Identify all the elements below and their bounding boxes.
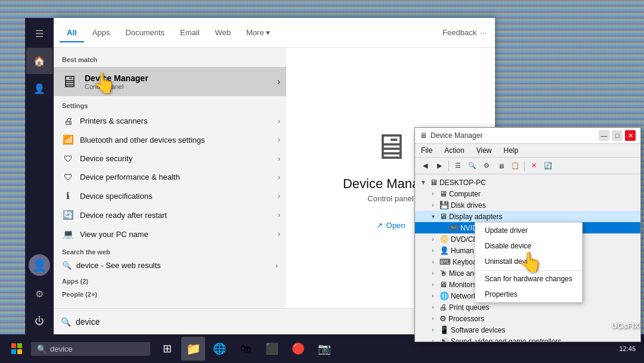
sidebar-home[interactable]: 🏠 — [26, 48, 52, 74]
expand-mice: › — [428, 270, 438, 276]
tab-email[interactable]: Email — [173, 23, 207, 42]
terminal-button[interactable]: ⬛ — [260, 337, 284, 361]
monitors-icon: 🖥 — [439, 280, 447, 289]
more-options-button[interactable]: ··· — [478, 26, 489, 39]
settings-health-label: Device performance & health — [80, 173, 180, 182]
tab-apps[interactable]: Apps — [85, 23, 117, 42]
ctx-scan-hardware[interactable]: Scan for hardware changes — [475, 270, 582, 287]
ctx-uninstall-device[interactable]: Uninstall device — [475, 254, 582, 269]
arrow-icon-6: › — [278, 230, 280, 238]
tree-software[interactable]: › 📱 Software devices — [415, 324, 640, 336]
tab-web[interactable]: Web — [208, 23, 239, 42]
settings-device-security[interactable]: 🛡 Device security › — [54, 149, 286, 168]
open-button[interactable]: ↗ Open — [376, 221, 405, 230]
taskview-button[interactable]: ⊞ — [155, 337, 179, 361]
tree-display-adapters[interactable]: ▾ 🖥 Display adapters — [415, 211, 640, 222]
expand-network: › — [428, 293, 438, 299]
feedback-button[interactable]: Feedback — [442, 28, 476, 37]
human-icon: 👤 — [439, 246, 449, 255]
settings-printers[interactable]: 🖨 Printers & scanners › — [54, 112, 286, 130]
ctx-properties[interactable]: Properties — [475, 287, 582, 302]
tab-documents[interactable]: Documents — [118, 23, 172, 42]
best-match-arrow: › — [277, 76, 280, 87]
settings-device-specs[interactable]: ℹ Device specifications › — [54, 186, 286, 205]
expand-dvd: › — [428, 236, 438, 242]
toolbar-btn-5[interactable]: ⚙ — [480, 159, 493, 173]
monitors-label: Monitors — [449, 281, 476, 289]
expand-root: ▼ — [419, 179, 428, 186]
toolbar-back[interactable]: ◀ — [419, 159, 432, 173]
search-tabs: All Apps Documents Email Web More ▾ Feed… — [54, 18, 495, 48]
web-search-icon: 🔍 — [62, 261, 72, 270]
toolbar-btn-4[interactable]: 🔍 — [466, 159, 479, 173]
taskbar-search-bar[interactable]: 🔍 device — [31, 342, 150, 356]
ctx-disable-device[interactable]: Disable device — [475, 238, 582, 254]
toolbar-btn-3[interactable]: ☰ — [451, 159, 465, 173]
settings-section: Settings 🖨 Printers & scanners › 📶 Bluet… — [54, 97, 286, 246]
settings-device-health[interactable]: 🛡 Device performance & health › — [54, 168, 286, 186]
arrow-icon-4: › — [278, 192, 280, 200]
minimize-button[interactable]: — — [599, 130, 609, 141]
expand-computer: › — [428, 190, 438, 197]
preview-sub: Control panel — [367, 194, 413, 203]
sidebar-avatar[interactable]: 👤 — [29, 254, 50, 276]
app5-button[interactable]: 🔴 — [286, 337, 310, 361]
svg-rect-3 — [17, 349, 22, 354]
settings-device-restart[interactable]: 🔄 Device ready after restart › — [54, 205, 286, 224]
chrome-button[interactable]: 🌐 — [208, 337, 231, 361]
web-search-item[interactable]: 🔍 device - See web results › — [62, 258, 278, 273]
sound-label: Sound, video and game controllers — [451, 337, 561, 342]
tab-more-label: More ▾ — [246, 28, 270, 37]
settings-pc-name[interactable]: 💻 View your PC name › — [54, 224, 286, 244]
sidebar-hamburger[interactable]: ☰ — [26, 20, 52, 47]
window-controls: — □ ✕ — [599, 130, 636, 141]
toolbar-btn-6[interactable]: 🖥 — [494, 159, 507, 173]
sidebar-power[interactable]: ⏻ — [26, 308, 52, 334]
maximize-button[interactable]: □ — [612, 130, 623, 141]
menu-file[interactable]: File — [419, 145, 435, 156]
tree-sound[interactable]: › 🔊 Sound, video and game controllers — [415, 336, 640, 342]
menu-action[interactable]: Action — [442, 145, 466, 156]
tab-more[interactable]: More ▾ — [239, 23, 277, 42]
window-menubar: File Action View Help — [415, 144, 640, 158]
settings-bluetooth[interactable]: 📶 Bluetooth and other devices settings › — [54, 130, 286, 149]
menu-help[interactable]: Help — [501, 145, 521, 156]
best-match-item[interactable]: 🖥 Device Manager Control panel › — [54, 67, 286, 96]
sidebar-user[interactable]: 👤 — [26, 75, 52, 101]
window-toolbar: ◀ ▶ ☰ 🔍 ⚙ 🖥 📋 ✕ 🔄 — [415, 158, 640, 174]
expand-sound: › — [428, 338, 438, 342]
start-button[interactable] — [2, 334, 31, 363]
expand-proc: › — [428, 315, 438, 322]
menu-view[interactable]: View — [474, 145, 494, 156]
arrow-icon-5: › — [278, 211, 280, 219]
file-explorer-button[interactable]: 📁 — [181, 337, 205, 361]
tree-print[interactable]: › 🖨 Print queues — [415, 302, 640, 313]
toolbar-forward[interactable]: ▶ — [433, 159, 446, 173]
tree-processors[interactable]: › ⚙ Processors — [415, 313, 640, 324]
taskbar-pinned-apps: ⊞ 📁 🌐 🛍 ⬛ 🔴 📷 — [155, 337, 336, 361]
open-icon: ↗ — [376, 221, 383, 230]
toolbar-btn-7[interactable]: 📋 — [509, 159, 522, 173]
arrow-icon-0: › — [278, 117, 280, 125]
tree-disk-drives[interactable]: › 💾 Disk drives — [415, 199, 640, 211]
taskbar-search-text: device — [50, 344, 73, 353]
best-match-text: Device Manager Control panel — [85, 73, 148, 90]
display-icon: 🖥 — [439, 212, 447, 221]
mice-icon: 🖱 — [439, 269, 447, 278]
disk-icon: 💾 — [439, 201, 449, 210]
close-button[interactable]: ✕ — [625, 130, 636, 141]
tree-root[interactable]: ▼ 🖥 DESKTOP-PC — [415, 177, 640, 188]
store-button[interactable]: 🛍 — [234, 337, 258, 361]
pc-icon: 💻 — [62, 229, 74, 239]
app6-button[interactable]: 📷 — [312, 337, 336, 361]
tree-computer[interactable]: › 🖥 Computer — [415, 188, 640, 199]
settings-label: Settings — [54, 100, 286, 112]
sidebar-settings[interactable]: ⚙ — [26, 281, 52, 307]
tab-all[interactable]: All — [60, 23, 84, 42]
ctx-update-driver[interactable]: Update driver — [475, 223, 582, 238]
network-icon: 🌐 — [439, 291, 449, 300]
toolbar-refresh[interactable]: 🔄 — [541, 159, 555, 173]
display-label: Display adapters — [449, 213, 502, 221]
best-match-sub: Control panel — [85, 83, 148, 90]
toolbar-delete[interactable]: ✕ — [527, 159, 540, 173]
